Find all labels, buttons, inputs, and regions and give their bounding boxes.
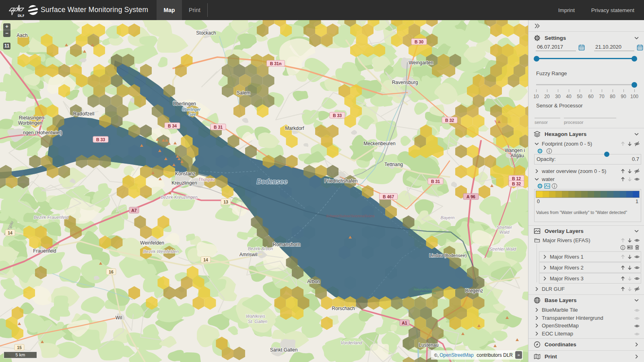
svg-text:B 30: B 30 [415, 39, 423, 44]
svg-text:Bezirk Weinfelden: Bezirk Weinfelden [143, 249, 179, 254]
svg-text:Strehler: Strehler [497, 225, 513, 230]
svg-text:Arbon: Arbon [307, 279, 320, 284]
svg-text:B 32: B 32 [445, 118, 454, 123]
svg-text:Wahlkreis: Wahlkreis [246, 314, 266, 319]
svg-text:14: 14 [203, 257, 208, 262]
svg-text:Thurgau: Thurgau [198, 177, 215, 182]
svg-text:B 33: B 33 [96, 137, 105, 142]
svg-text:Sankt Gallen: Sankt Gallen [270, 347, 298, 353]
svg-text:Markdorf: Markdorf [285, 125, 304, 131]
svg-text:Allgäu: Allgäu [510, 153, 524, 158]
svg-text:Schweiz/Suisse/Svizzera/Svizra: Schweiz/Suisse/Svizzera/Svizra [326, 214, 375, 218]
svg-text:13: 13 [223, 200, 228, 204]
svg-text:Tettnang: Tettnang [384, 162, 403, 167]
svg-text:Radolfzell: Radolfzell [73, 111, 95, 117]
svg-text:Bregenz: Bregenz [465, 288, 483, 294]
svg-text:Aach: Aach [17, 33, 27, 38]
svg-text:Salem: Salem [237, 90, 250, 96]
svg-text:Konstanz: Konstanz [175, 171, 195, 177]
svg-text:Frauenfeld: Frauenfeld [33, 248, 56, 254]
svg-text:Lustenau: Lustenau [419, 342, 438, 348]
svg-text:Weinfelden: Weinfelden [140, 240, 164, 246]
svg-text:Lindau (Bodensee): Lindau (Bodensee) [429, 253, 467, 258]
svg-text:Wangen i: Wangen i [505, 148, 525, 153]
svg-text:Bodensee: Bodensee [257, 178, 288, 185]
svg-text:Vorderland: Vorderland [341, 340, 362, 345]
svg-text:Bayern: Bayern [441, 215, 455, 220]
svg-text:Naturschutzgebiet: Naturschutzgebiet [414, 288, 440, 291]
svg-text:B 33: B 33 [333, 113, 342, 118]
svg-text:Amriswil: Amriswil [239, 252, 258, 257]
svg-text:DLR: DLR [18, 14, 24, 18]
svg-text:Strehler Wald: Strehler Wald [489, 247, 516, 251]
svg-text:Überlinger: Überlinger [182, 107, 201, 112]
svg-text:Ravensburg: Ravensburg [392, 80, 418, 85]
svg-text:15: 15 [17, 345, 22, 350]
svg-text:A7: A7 [131, 208, 137, 213]
svg-text:Rorschach: Rorschach [332, 306, 355, 311]
svg-text:Wil: Wil [116, 315, 122, 321]
svg-text:B 467: B 467 [383, 194, 394, 199]
svg-text:Bezirk Arbon: Bezirk Arbon [248, 246, 273, 251]
svg-text:16: 16 [109, 269, 114, 274]
svg-text:B 31: B 31 [431, 179, 440, 184]
svg-text:See: See [189, 112, 196, 117]
svg-text:Wald: Wald [500, 230, 510, 234]
svg-text:14: 14 [8, 230, 12, 235]
svg-text:B 34: B 34 [168, 123, 177, 128]
svg-text:B 12: B 12 [512, 176, 521, 181]
svg-text:Romanshorn: Romanshorn [273, 242, 301, 247]
svg-text:Kreuzlingen: Kreuzlingen [171, 180, 197, 186]
svg-text:ngen (Hohentwiel): ngen (Hohentwiel) [23, 130, 62, 136]
svg-text:Rielasingen-: Rielasingen- [19, 115, 46, 121]
svg-text:Rheindelta: Rheindelta [420, 291, 436, 295]
svg-text:Stockach: Stockach [196, 30, 216, 36]
svg-text:A1: A1 [402, 321, 407, 325]
svg-text:Weingarten: Weingarten [409, 60, 433, 66]
svg-text:B 32: B 32 [512, 181, 521, 186]
svg-text:B 31: B 31 [214, 125, 223, 130]
svg-text:Bezirk Frauenfeld: Bezirk Frauenfeld [34, 215, 69, 220]
svg-text:Worblingen: Worblingen [18, 120, 42, 126]
svg-text:A 96: A 96 [466, 194, 475, 199]
svg-text:Bezirk Kreuzlingen: Bezirk Kreuzlingen [161, 195, 198, 200]
svg-text:St. Gallen: St. Gallen [248, 319, 267, 324]
svg-text:Überlingen: Überlingen [173, 101, 196, 107]
svg-text:Meckenbeuren: Meckenbeuren [363, 141, 395, 146]
svg-text:Friedrichshafen: Friedrichshafen [324, 178, 358, 184]
svg-text:B 31n: B 31n [270, 61, 282, 66]
